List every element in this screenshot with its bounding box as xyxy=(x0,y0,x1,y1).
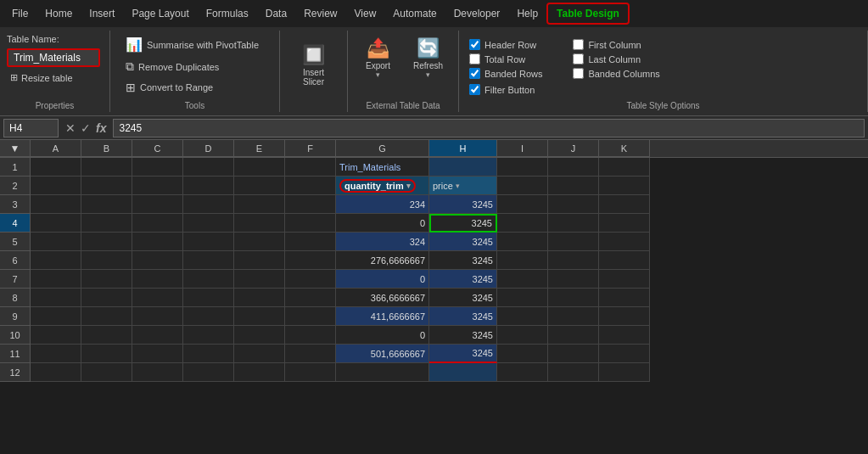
cell-d6[interactable] xyxy=(183,251,234,270)
cell-k8[interactable] xyxy=(599,289,650,307)
col-header-i[interactable]: I xyxy=(497,140,548,157)
cell-h12[interactable] xyxy=(429,363,497,382)
row-header-6[interactable]: 6 xyxy=(0,251,31,270)
cell-i6[interactable] xyxy=(497,251,548,270)
row-header-5[interactable]: 5 xyxy=(0,233,31,251)
cell-g7[interactable]: 0 xyxy=(336,270,429,289)
cell-i9[interactable] xyxy=(497,307,548,326)
menu-developer[interactable]: Developer xyxy=(445,4,509,23)
cell-i1[interactable] xyxy=(497,158,548,177)
insert-slicer-button[interactable]: 🔲 InsertSlicer xyxy=(290,41,337,90)
first-column-checkbox-item[interactable]: First Column xyxy=(573,39,659,50)
corner-cell[interactable]: ▼ xyxy=(0,140,31,157)
cell-e11[interactable] xyxy=(234,345,285,363)
cell-c9[interactable] xyxy=(132,307,183,326)
cell-b12[interactable] xyxy=(81,363,132,382)
cell-h10[interactable]: 3245 xyxy=(429,326,497,345)
cell-b9[interactable] xyxy=(81,307,132,326)
cell-d9[interactable] xyxy=(183,307,234,326)
col-header-k[interactable]: K xyxy=(599,140,650,157)
cell-f10[interactable] xyxy=(285,326,336,345)
cell-h7[interactable]: 3245 xyxy=(429,270,497,289)
cell-k11[interactable] xyxy=(599,345,650,363)
cell-k9[interactable] xyxy=(599,307,650,326)
cell-b2[interactable] xyxy=(81,177,132,195)
row-header-3[interactable]: 3 xyxy=(0,195,31,214)
quantity-trim-dropdown-icon[interactable]: ▾ xyxy=(406,182,411,190)
cell-d7[interactable] xyxy=(183,270,234,289)
cell-d11[interactable] xyxy=(183,345,234,363)
row-header-9[interactable]: 9 xyxy=(0,307,31,326)
cell-f2[interactable] xyxy=(285,177,336,195)
cell-b11[interactable] xyxy=(81,345,132,363)
col-header-a[interactable]: A xyxy=(31,140,81,157)
menu-help[interactable]: Help xyxy=(508,4,546,23)
cell-j6[interactable] xyxy=(548,251,599,270)
cell-f4[interactable] xyxy=(285,214,336,233)
row-header-11[interactable]: 11 xyxy=(0,345,31,363)
banded-columns-checkbox[interactable] xyxy=(573,68,584,79)
cell-b5[interactable] xyxy=(81,233,132,251)
cell-b4[interactable] xyxy=(81,214,132,233)
header-row-checkbox-item[interactable]: Header Row xyxy=(469,39,556,50)
cell-b1[interactable] xyxy=(81,158,132,177)
first-column-checkbox[interactable] xyxy=(573,39,584,50)
menu-automate[interactable]: Automate xyxy=(384,4,445,23)
row-header-1[interactable]: 1 xyxy=(0,158,31,177)
cell-k4[interactable] xyxy=(599,214,650,233)
col-header-g[interactable]: G xyxy=(336,140,429,157)
cell-e2[interactable] xyxy=(234,177,285,195)
cell-j7[interactable] xyxy=(548,270,599,289)
cell-b6[interactable] xyxy=(81,251,132,270)
cell-j12[interactable] xyxy=(548,363,599,382)
cell-e3[interactable] xyxy=(234,195,285,214)
cell-a10[interactable] xyxy=(31,326,81,345)
cell-h2[interactable]: price ▾ xyxy=(429,177,497,195)
confirm-formula-icon[interactable]: ✓ xyxy=(81,121,91,135)
cell-b3[interactable] xyxy=(81,195,132,214)
menu-review[interactable]: Review xyxy=(295,4,345,23)
cell-a4[interactable] xyxy=(31,214,81,233)
cell-d1[interactable] xyxy=(183,158,234,177)
cell-a7[interactable] xyxy=(31,270,81,289)
menu-page-layout[interactable]: Page Layout xyxy=(123,4,197,23)
refresh-button[interactable]: 🔄 Refresh ▾ xyxy=(405,34,451,82)
cell-g9[interactable]: 411,6666667 xyxy=(336,307,429,326)
cell-a11[interactable] xyxy=(31,345,81,363)
cell-k10[interactable] xyxy=(599,326,650,345)
col-header-f[interactable]: F xyxy=(285,140,336,157)
cell-c8[interactable] xyxy=(132,289,183,307)
cell-f9[interactable] xyxy=(285,307,336,326)
cell-d2[interactable] xyxy=(183,177,234,195)
row-header-4[interactable]: 4 xyxy=(0,214,31,233)
cell-f8[interactable] xyxy=(285,289,336,307)
last-column-checkbox[interactable] xyxy=(573,53,584,64)
cell-a9[interactable] xyxy=(31,307,81,326)
cell-g8[interactable]: 366,6666667 xyxy=(336,289,429,307)
cell-d12[interactable] xyxy=(183,363,234,382)
cell-i2[interactable] xyxy=(497,177,548,195)
cell-d4[interactable] xyxy=(183,214,234,233)
cell-d5[interactable] xyxy=(183,233,234,251)
cell-d10[interactable] xyxy=(183,326,234,345)
col-header-b[interactable]: B xyxy=(81,140,132,157)
cell-g4[interactable]: 0 xyxy=(336,214,429,233)
cell-c2[interactable] xyxy=(132,177,183,195)
cell-e7[interactable] xyxy=(234,270,285,289)
cell-f1[interactable] xyxy=(285,158,336,177)
banded-columns-checkbox-item[interactable]: Banded Columns xyxy=(573,68,659,79)
cell-c3[interactable] xyxy=(132,195,183,214)
col-header-d[interactable]: D xyxy=(183,140,234,157)
cell-h4[interactable]: 3245 xyxy=(429,214,497,233)
cell-e10[interactable] xyxy=(234,326,285,345)
cell-i7[interactable] xyxy=(497,270,548,289)
cell-k5[interactable] xyxy=(599,233,650,251)
insert-function-icon[interactable]: fx xyxy=(96,121,106,135)
row-header-7[interactable]: 7 xyxy=(0,270,31,289)
cell-k12[interactable] xyxy=(599,363,650,382)
cell-j5[interactable] xyxy=(548,233,599,251)
cell-g12[interactable] xyxy=(336,363,429,382)
cell-k1[interactable] xyxy=(599,158,650,177)
table-name-input[interactable] xyxy=(7,48,100,67)
header-row-checkbox[interactable] xyxy=(469,39,480,50)
